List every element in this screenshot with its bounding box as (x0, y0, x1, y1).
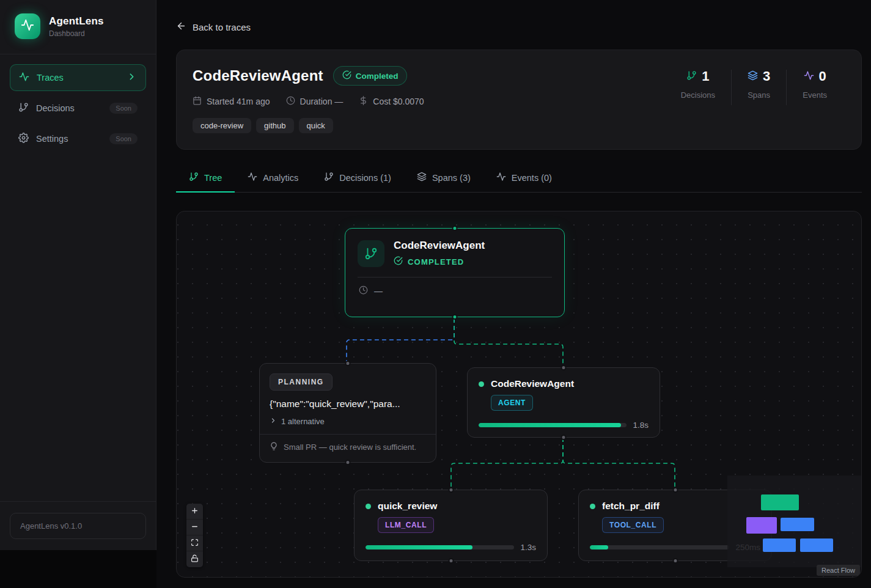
clock-icon (286, 96, 295, 107)
sidebar-item-traces[interactable]: Traces (10, 64, 146, 91)
span-title: fetch_pr_diff (602, 501, 660, 512)
stat-label: Spans (748, 90, 770, 100)
node-handle (448, 558, 454, 564)
status-dot (479, 381, 484, 387)
tab-analytics[interactable]: Analytics (235, 166, 311, 193)
span-type-badge: TOOL_CALL (602, 517, 664, 533)
span-type-badge: LLM_CALL (378, 517, 434, 533)
lock-button[interactable] (186, 551, 203, 567)
node-handle (345, 460, 351, 465)
app-subtitle: Dashboard (49, 29, 104, 38)
minimap[interactable] (727, 476, 862, 567)
status-dot (366, 504, 371, 509)
sidebar-header: AgentLens Dashboard (0, 0, 156, 54)
duration-bar (366, 545, 514, 549)
tab-events[interactable]: Events (0) (483, 166, 565, 193)
stat-label: Decisions (681, 90, 715, 100)
dollar-icon (359, 96, 368, 107)
tab-label: Tree (204, 173, 222, 183)
git-branch-icon (686, 70, 697, 83)
app-window: AgentLens Dashboard Traces Decisions Soo… (0, 0, 871, 588)
duration-bar (479, 423, 627, 427)
sidebar-nav: Traces Decisions Soon Settings Soon (0, 54, 156, 162)
git-branch-icon (189, 172, 199, 183)
stat-label: Events (803, 90, 827, 100)
react-flow-attribution[interactable]: React Flow (817, 565, 860, 576)
fit-view-button[interactable] (186, 535, 203, 551)
back-to-traces-link[interactable]: Back to traces (176, 21, 862, 33)
status-badge: Completed (333, 66, 408, 86)
git-branch-icon (18, 102, 29, 114)
tab-label: Spans (3) (432, 173, 471, 183)
tab-tree[interactable]: Tree (176, 166, 235, 193)
status-dot (590, 504, 595, 509)
chevron-right-icon (127, 72, 137, 84)
decision-node[interactable]: PLANNING {"name":"quick_review","para...… (259, 363, 436, 463)
alternatives-expander[interactable]: 1 alternative (270, 417, 426, 426)
layers-icon (417, 172, 427, 183)
span-duration: 1.8s (633, 421, 649, 430)
decision-type-badge: PLANNING (270, 373, 333, 391)
sidebar-item-decisions[interactable]: Decisions Soon (10, 95, 146, 122)
duration-label: Duration — (300, 97, 344, 106)
minimap-node (763, 538, 796, 552)
span-duration: 1.3s (520, 543, 536, 552)
span-type-badge: AGENT (491, 395, 533, 411)
span-node-quick-review[interactable]: quick_review LLM_CALL 1.3s (354, 490, 548, 561)
app-name: AgentLens (49, 15, 104, 28)
unlock-icon (191, 554, 199, 564)
trace-title: CodeReviewAgent (193, 67, 323, 84)
tag: quick (299, 118, 333, 133)
minimap-node (761, 494, 799, 510)
zoom-out-button[interactable] (186, 520, 203, 535)
node-handle (452, 314, 458, 320)
layers-icon (748, 70, 758, 83)
tag: github (256, 118, 293, 133)
root-trace-node[interactable]: CodeReviewAgent COMPLETED — (345, 228, 565, 317)
fit-view-icon (191, 538, 199, 548)
activity-icon (804, 70, 814, 83)
main-content: Back to traces CodeReviewAgent Completed… (156, 0, 871, 588)
trace-tabs: Tree Analytics Decisions (1) Spans (3) E… (176, 166, 862, 193)
decision-reason-text: Small PR — quick review is sufficient. (284, 443, 416, 452)
child-edge (451, 438, 563, 488)
child-edge (563, 438, 675, 488)
chevron-right-icon (270, 417, 277, 426)
back-label: Back to traces (193, 22, 251, 32)
root-node-title: CodeReviewAgent (394, 240, 485, 252)
minimap-node (781, 518, 814, 531)
tab-spans[interactable]: Spans (3) (404, 166, 483, 193)
child-edge (454, 318, 563, 366)
cost-label: Cost $0.0070 (373, 97, 424, 106)
flow-controls (186, 504, 203, 567)
zoom-in-button[interactable] (186, 504, 203, 520)
tab-label: Analytics (263, 173, 298, 183)
span-node-agent[interactable]: CodeReviewAgent AGENT 1.8s (467, 367, 660, 438)
trace-tree-canvas[interactable]: CodeReviewAgent COMPLETED — P (176, 211, 862, 578)
sidebar-item-settings[interactable]: Settings Soon (10, 125, 146, 152)
status-label: Completed (356, 72, 399, 81)
sidebar-footer: AgentLens v0.1.0 (0, 501, 156, 550)
activity-icon (248, 172, 257, 183)
tab-label: Decisions (1) (339, 173, 391, 183)
sidebar: AgentLens Dashboard Traces Decisions Soo… (0, 0, 156, 550)
git-branch-icon (358, 240, 384, 267)
tab-decisions[interactable]: Decisions (1) (311, 166, 404, 193)
stat-value: 1 (702, 68, 709, 84)
app-version: AgentLens v0.1.0 (10, 513, 146, 539)
tag: code-review (193, 118, 251, 133)
stat-value: 3 (763, 68, 770, 84)
trace-header-card: CodeReviewAgent Completed Started 41m ag… (176, 50, 862, 150)
git-branch-icon (324, 172, 334, 183)
plus-icon (191, 507, 199, 516)
node-handle (672, 558, 678, 564)
minimap-node (746, 517, 777, 534)
node-handle (561, 365, 567, 370)
decision-edge (347, 318, 454, 362)
node-handle (345, 361, 351, 366)
sidebar-item-label: Decisions (36, 103, 102, 113)
alternatives-label: 1 alternative (281, 417, 325, 426)
root-node-status: COMPLETED (408, 257, 464, 266)
stat-events: 0 Events (787, 68, 843, 100)
arrow-left-icon (176, 21, 186, 33)
